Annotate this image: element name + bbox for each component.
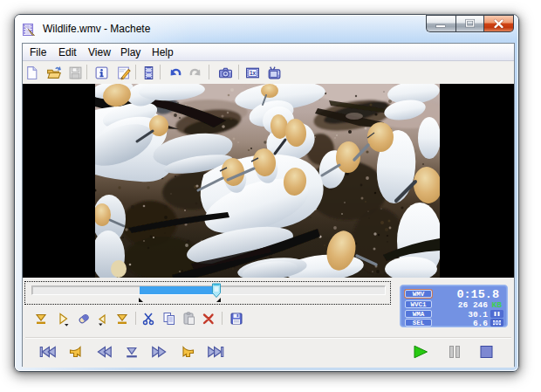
- svg-text:1x: 1x: [250, 70, 257, 76]
